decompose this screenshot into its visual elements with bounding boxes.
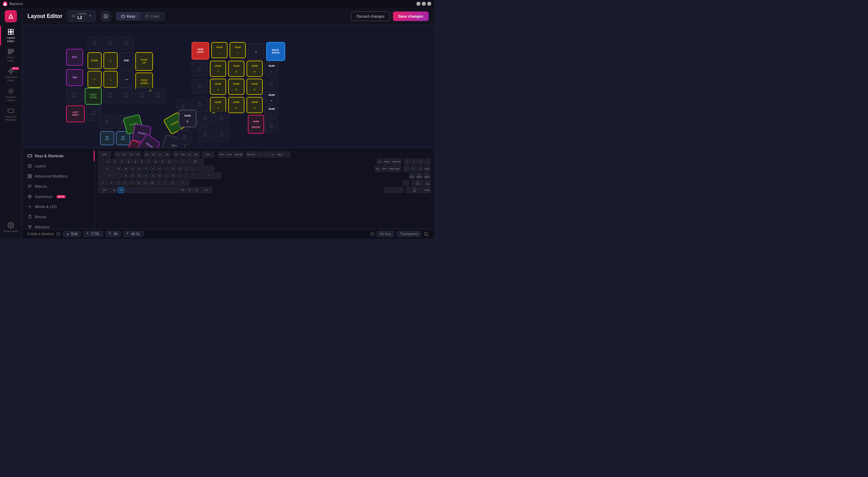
mini-key-i[interactable]: I	[163, 166, 170, 172]
key-left-shift[interactable]: LEFTSHIFT	[66, 105, 85, 122]
mini-key-lbracket[interactable]: [	[184, 166, 190, 172]
mini-key-f4[interactable]: F4	[135, 151, 141, 158]
sidebar-item-preferences[interactable]: Preferences	[0, 219, 22, 236]
mini-key-np-plus[interactable]: +	[425, 159, 431, 165]
mini-key-np-enter[interactable]: Enter	[424, 166, 431, 172]
key-num-2[interactable]: Num2	[228, 97, 244, 113]
key-nokey-rt4[interactable]: NOKEY	[215, 128, 229, 142]
key-num-7[interactable]: Num7	[210, 61, 226, 77]
key-nokey-rt1[interactable]: NOKEY	[198, 111, 213, 126]
mini-key-pgdn[interactable]: Page Down	[388, 166, 401, 172]
mini-key-lalt[interactable]: Alt	[118, 187, 124, 193]
mini-key-end[interactable]: End	[381, 166, 388, 172]
mini-key-p[interactable]: P	[177, 166, 183, 172]
mini-key-np1[interactable]: 1	[403, 166, 410, 172]
key-nokey-3[interactable]: NOKEY	[119, 37, 134, 50]
key-left[interactable]: ←	[87, 71, 102, 88]
close-btn[interactable]	[427, 2, 431, 6]
mini-key-pause[interactable]: Pause Brk	[234, 151, 243, 158]
mini-key-np-enter2[interactable]: Enter	[424, 187, 431, 193]
mini-key-np5[interactable]: 5	[411, 159, 417, 165]
mini-key-o[interactable]: O	[170, 166, 176, 172]
mini-key-r[interactable]: R	[136, 166, 142, 172]
mini-key-f5[interactable]: F5	[144, 151, 150, 158]
key-nokey-7[interactable]: NOKEY	[135, 88, 150, 103]
mini-key-np2[interactable]: 2	[410, 166, 416, 172]
key-nokey-r3[interactable]: NOKEY	[192, 79, 208, 94]
thumb-nokey-1[interactable]: NOKEY	[100, 115, 114, 129]
mini-key-prtsc[interactable]: Prt Sc	[218, 151, 225, 158]
mini-key-x[interactable]: X	[115, 180, 121, 186]
mini-key-down-arr[interactable]: ↓	[391, 187, 397, 193]
key-num-6[interactable]: Num6	[246, 79, 263, 95]
panel-item-media-led[interactable]: Media & LED	[22, 202, 95, 212]
sidebar-item-superkeys[interactable]: BETA SuperkeysEditor	[0, 65, 22, 85]
key-nokey-8[interactable]: NOKEY	[151, 88, 165, 103]
mini-key-n[interactable]: N	[142, 180, 149, 186]
minimize-btn[interactable]	[416, 2, 420, 6]
key-num-4[interactable]: Num4	[210, 79, 226, 95]
key-print-scrn[interactable]: PRINTSCRN	[85, 88, 102, 105]
key-nokey-r5[interactable]: NOKEY	[265, 119, 278, 133]
mini-key-np-dot-del[interactable]: .Del	[425, 180, 431, 186]
altgr-modifier-btn[interactable]: Alt Gr.	[123, 231, 144, 237]
mini-key-9[interactable]: 9	[159, 159, 165, 165]
mini-key-f9[interactable]: F9	[173, 151, 179, 158]
shift-modifier-btn[interactable]: Shift	[63, 231, 81, 237]
mini-key-equals[interactable]: =	[180, 159, 186, 165]
mini-key-np-1b[interactable]: 1End	[409, 173, 415, 179]
save-button[interactable]: Save changes	[393, 12, 429, 21]
key-up[interactable]: ↑	[103, 52, 118, 69]
mini-key-del[interactable]: Del	[375, 166, 381, 172]
mini-key-rctrl[interactable]: Ctrl	[200, 187, 212, 193]
key-nokey-r2[interactable]: NOKEY	[265, 77, 278, 90]
mini-key-slash[interactable]: ? /	[170, 180, 176, 186]
key-esc[interactable]: ESC	[66, 49, 83, 66]
mini-key-m[interactable]: M	[149, 180, 155, 186]
mini-key-8[interactable]: 8	[153, 159, 159, 165]
mini-key-np-2b[interactable]: 2PgDn	[416, 173, 423, 179]
key-backspace[interactable]: BACKSPACE	[266, 42, 285, 61]
mini-key-e[interactable]: E	[130, 166, 136, 172]
key-num-0[interactable]: Num0	[179, 110, 196, 127]
mini-key-0[interactable]: 0	[166, 159, 172, 165]
key-num-1[interactable]: Num1	[210, 97, 226, 113]
mini-key-d[interactable]: D	[136, 173, 142, 179]
mini-key-quote[interactable]: '	[191, 173, 197, 179]
key-num-minus[interactable]: Num-	[265, 62, 278, 75]
key-nokey-rt3[interactable]: NOKEY	[198, 128, 213, 142]
key-num-3[interactable]: Num3	[246, 97, 263, 113]
mini-key-minus[interactable]: -	[173, 159, 179, 165]
key-nokey-6[interactable]: NOKEY	[119, 88, 134, 103]
key-nokey-4[interactable]: NOKEY	[66, 88, 83, 103]
mini-key-z[interactable]: Z	[108, 180, 115, 186]
mini-key-menu[interactable]: ☰	[193, 187, 199, 193]
maximize-btn[interactable]	[422, 2, 426, 6]
mini-key-u[interactable]: U	[157, 166, 163, 172]
mini-key-5[interactable]: 5	[132, 159, 138, 165]
key-nokey-rt2[interactable]: NOKEY	[215, 111, 229, 126]
layer-selector[interactable]: #2 Layers L2	[68, 11, 96, 22]
key-num-8[interactable]: Num8	[228, 61, 244, 77]
mini-key-j[interactable]: J	[163, 173, 170, 179]
settings-button[interactable]	[101, 12, 111, 21]
ctrl-modifier-btn[interactable]: CTRL	[83, 231, 103, 237]
mini-key-c[interactable]: C	[122, 180, 128, 186]
thumb-nokey-3[interactable]: NOKEY	[100, 131, 114, 145]
panel-item-advanced-modifiers[interactable]: Advanced Modifiers	[22, 171, 95, 181]
mini-key-np-9[interactable]: 9	[270, 151, 276, 158]
key-down[interactable]: ↓	[103, 71, 118, 88]
mini-key-7[interactable]: 7	[146, 159, 152, 165]
key-home[interactable]: HOME	[87, 52, 102, 69]
mini-key-ralt[interactable]: Alt	[180, 187, 186, 193]
key-num-5[interactable]: Num5	[228, 79, 244, 95]
mini-key-3[interactable]: 3	[119, 159, 125, 165]
sidebar-item-macro-editor[interactable]: MacroEditor	[0, 45, 22, 65]
mini-key-l[interactable]: L	[177, 173, 183, 179]
key-equals[interactable]: =	[248, 44, 264, 60]
mini-key-s[interactable]: S	[130, 173, 136, 179]
mini-key-f2[interactable]: F2	[121, 151, 127, 158]
mini-key-np-3b[interactable]: 3PgDn	[423, 173, 431, 179]
key-nokey-5[interactable]: NOKEY	[103, 88, 118, 103]
mini-key-enter[interactable]: ↵	[197, 173, 221, 179]
